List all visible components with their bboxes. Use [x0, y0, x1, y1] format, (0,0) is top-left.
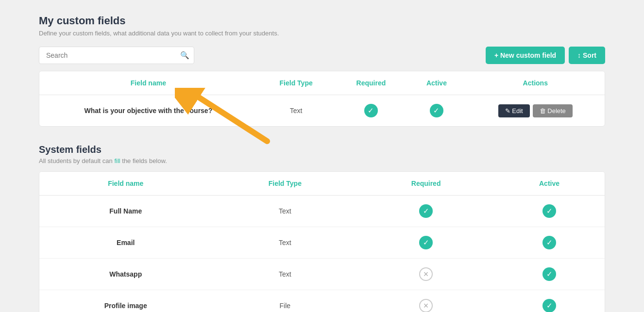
cell-required: ×: [358, 259, 494, 290]
edit-button[interactable]: ✎ Edit: [498, 104, 530, 117]
search-input[interactable]: [39, 47, 194, 64]
cell-active: ✓: [494, 259, 605, 290]
new-custom-field-button[interactable]: + New custom field: [486, 47, 565, 64]
cell-required: ×: [358, 290, 494, 312]
search-wrapper: 🔍: [39, 47, 194, 64]
system-table-header-row: Field name Field Type Required Active: [39, 172, 605, 196]
action-buttons: + New custom field ↕ Sort: [486, 47, 605, 64]
col-header-required: Required: [335, 71, 407, 95]
table-row: Full Name Text ✓ ✓: [39, 196, 605, 227]
cell-actions: ✎ Edit 🗑 Delete: [466, 95, 605, 127]
page-wrapper: My custom fields Define your custom fiel…: [39, 15, 605, 312]
x-circle-icon: ×: [419, 267, 433, 281]
cell-active: ✓: [494, 290, 605, 312]
custom-table-header-row: Field name Field Type Required Active Ac…: [39, 71, 605, 95]
cell-required: ✓: [335, 95, 407, 127]
cell-field-type: Text: [212, 227, 358, 259]
cell-required: ✓: [358, 196, 494, 227]
sort-button[interactable]: ↕ Sort: [569, 47, 605, 64]
cell-field-name: Email: [39, 227, 212, 259]
col-header-field-name: Field name: [39, 71, 257, 95]
cell-required: ✓: [358, 227, 494, 259]
sys-col-header-field-type: Field Type: [212, 172, 358, 196]
system-fields-table: Field name Field Type Required Active Fu…: [39, 172, 605, 312]
sys-col-header-field-name: Field name: [39, 172, 212, 196]
check-icon: ✓: [542, 204, 556, 218]
cell-field-name: Whatsapp: [39, 259, 212, 290]
custom-fields-table: Field name Field Type Required Active Ac…: [39, 71, 605, 126]
table-row: What is your objective with the course? …: [39, 95, 605, 127]
check-icon: ✓: [542, 267, 556, 281]
cell-field-type: Text: [212, 259, 358, 290]
cell-field-name: Full Name: [39, 196, 212, 227]
col-header-field-type: Field Type: [257, 71, 335, 95]
table-row: Whatsapp Text × ✓: [39, 259, 605, 290]
system-fields-header: System fields All students by default ca…: [39, 144, 605, 164]
system-fields-title: System fields: [39, 144, 605, 155]
check-icon: ✓: [419, 204, 433, 218]
fill-link[interactable]: fill: [114, 157, 120, 164]
custom-fields-title: My custom fields: [39, 15, 605, 27]
cell-active: ✓: [494, 227, 605, 259]
custom-fields-header: My custom fields Define your custom fiel…: [39, 15, 605, 37]
col-header-actions: Actions: [466, 71, 605, 95]
col-header-active: Active: [407, 71, 466, 95]
custom-fields-subtitle: Define your custom fields, what addition…: [39, 30, 605, 37]
sys-col-header-required: Required: [358, 172, 494, 196]
system-fields-table-container: Field name Field Type Required Active Fu…: [39, 171, 605, 312]
cell-field-name: Profile image: [39, 290, 212, 312]
check-icon: ✓: [542, 299, 556, 312]
toolbar: 🔍 + New custom field ↕ Sort: [39, 47, 605, 64]
check-icon: ✓: [364, 104, 378, 117]
custom-fields-table-container: Field name Field Type Required Active Ac…: [39, 71, 605, 127]
table-row: Email Text ✓ ✓: [39, 227, 605, 259]
cell-active: ✓: [407, 95, 466, 127]
delete-button[interactable]: 🗑 Delete: [533, 104, 573, 117]
check-icon: ✓: [430, 104, 443, 117]
cell-field-type: Text: [212, 196, 358, 227]
cell-field-type: File: [212, 290, 358, 312]
cell-field-name: What is your objective with the course?: [39, 95, 257, 127]
cell-field-type: Text: [257, 95, 335, 127]
x-circle-icon: ×: [419, 299, 433, 312]
system-fields-subtitle: All students by default can fill the fie…: [39, 157, 605, 164]
check-icon: ✓: [419, 236, 433, 249]
cell-active: ✓: [494, 196, 605, 227]
sys-col-header-active: Active: [494, 172, 605, 196]
check-icon: ✓: [542, 236, 556, 249]
table-row: Profile image File × ✓: [39, 290, 605, 312]
